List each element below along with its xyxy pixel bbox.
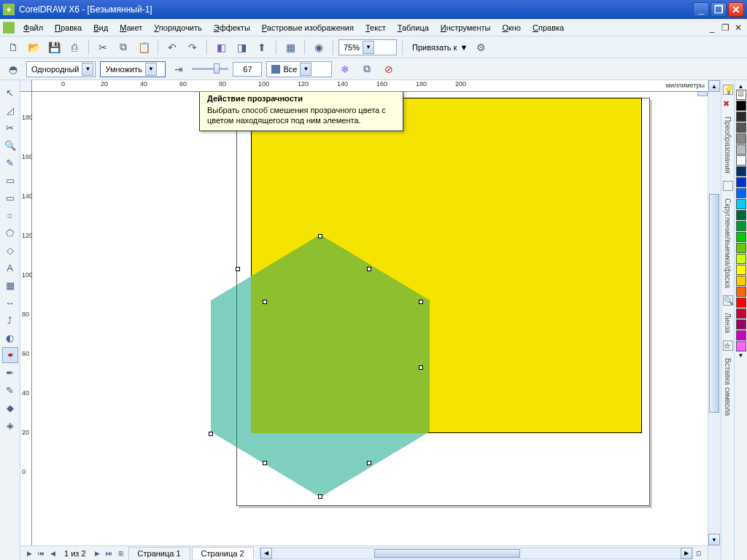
opacity-slider[interactable] xyxy=(192,68,228,70)
import-button[interactable]: ◧ xyxy=(212,39,230,56)
chevron-down-icon[interactable]: ▼ xyxy=(82,63,93,76)
fillet-icon[interactable] xyxy=(723,181,733,191)
sel-handle-bm[interactable] xyxy=(367,461,371,465)
new-button[interactable]: 🗋 xyxy=(4,39,22,56)
star-icon[interactable]: ☆ xyxy=(723,341,733,351)
zoom-tool[interactable]: 🔍 xyxy=(2,137,18,153)
mdi-close[interactable]: ✕ xyxy=(732,23,744,33)
welcome-button[interactable]: ◉ xyxy=(310,39,328,56)
color-swatch[interactable] xyxy=(736,166,746,176)
rectangle-tool[interactable]: ▭ xyxy=(2,190,18,206)
color-swatch[interactable] xyxy=(736,243,746,253)
interactive-fill-tool[interactable]: ◈ xyxy=(2,417,18,433)
freeze-button[interactable]: ❄ xyxy=(336,61,354,78)
expand-dockers-button[interactable]: « xyxy=(697,92,708,96)
color-swatch[interactable] xyxy=(736,133,746,144)
scroll-up-button[interactable]: ▲ xyxy=(708,80,720,92)
blend-mode-combo[interactable]: Умножить ▼ xyxy=(100,61,166,77)
table-tool[interactable]: ▦ xyxy=(2,277,18,293)
apply-target-combo[interactable]: Все ▼ xyxy=(266,61,332,77)
hints-icon[interactable]: 💡 xyxy=(723,85,733,95)
docker-transformations[interactable]: Преобразования xyxy=(722,112,733,178)
copy-transparency-button[interactable]: ⧉ xyxy=(358,61,376,78)
navigator-button[interactable]: ⊡ xyxy=(693,548,705,559)
palette-down-button[interactable]: ▼ xyxy=(738,352,744,359)
options-button[interactable]: ⚙ xyxy=(472,39,489,56)
interactive-blend-tool[interactable]: ◐ xyxy=(2,330,18,346)
chevron-down-icon[interactable]: ▼ xyxy=(300,63,311,76)
sel-handle-mr2[interactable] xyxy=(419,300,423,304)
sel-handle-br[interactable] xyxy=(318,494,322,499)
scroll-left-button[interactable]: ◀ xyxy=(260,548,272,559)
open-button[interactable]: 📂 xyxy=(25,39,42,56)
mdi-restore[interactable]: ❐ xyxy=(719,23,731,33)
menu-table[interactable]: Таблица xyxy=(392,20,435,35)
connector-tool[interactable]: ⤴ xyxy=(2,312,18,328)
outline-tool[interactable]: ✎ xyxy=(2,382,18,398)
transparency-type-combo[interactable]: Однородный ▼ xyxy=(26,61,96,77)
undo-button[interactable]: ↶ xyxy=(163,39,181,56)
add-page-button[interactable]: ⊞ xyxy=(115,548,127,559)
color-swatch[interactable] xyxy=(736,287,746,297)
sel-handle-bl[interactable] xyxy=(263,461,267,465)
chevron-down-icon[interactable]: ▼ xyxy=(145,63,157,76)
color-swatch[interactable] xyxy=(736,232,746,242)
lens-icon[interactable]: 🔍 xyxy=(723,295,733,306)
shape-tool[interactable]: ◿ xyxy=(2,102,18,118)
play-icon[interactable]: ▶ xyxy=(23,548,35,559)
vscroll-thumb[interactable] xyxy=(709,194,719,413)
polygon-tool[interactable]: ⬠ xyxy=(2,225,18,241)
docker-lens[interactable]: Линза xyxy=(722,308,733,338)
dimension-tool[interactable]: ↔ xyxy=(2,295,18,311)
color-swatch[interactable] xyxy=(736,122,746,133)
docker-fillet[interactable]: Скругление/выемка/фаска xyxy=(722,194,733,292)
horizontal-scrollbar[interactable]: ◀ ▶ xyxy=(260,548,693,559)
close-docker-icon[interactable]: ✖ xyxy=(723,99,733,109)
pick-tool[interactable]: ↖ xyxy=(2,85,18,101)
color-swatch[interactable] xyxy=(736,276,746,286)
menu-arrange[interactable]: Упорядочить xyxy=(148,20,207,35)
sel-handle-tl[interactable] xyxy=(236,267,240,271)
color-swatch[interactable] xyxy=(736,298,746,308)
color-swatch[interactable] xyxy=(736,210,746,220)
sel-handle-mr[interactable] xyxy=(419,365,423,370)
color-swatch[interactable] xyxy=(736,101,746,111)
transparency-tool[interactable]: 🍷 xyxy=(2,347,18,363)
sel-handle-tr[interactable] xyxy=(367,267,371,271)
maximize-button[interactable]: ❐ xyxy=(711,2,727,17)
chevron-down-icon[interactable]: ▼ xyxy=(363,41,374,54)
next-page-button[interactable]: ▶ xyxy=(92,548,104,559)
menu-text[interactable]: Текст xyxy=(360,20,392,35)
sel-handle-ml[interactable] xyxy=(263,300,267,304)
ruler-origin[interactable] xyxy=(20,80,32,92)
freehand-tool[interactable]: ✎ xyxy=(2,155,18,171)
publish-button[interactable]: ⬆ xyxy=(253,39,271,56)
copy-button[interactable]: ⧉ xyxy=(115,39,132,56)
eyedropper-tool[interactable]: ✒ xyxy=(2,365,18,381)
menu-file[interactable]: Файл xyxy=(18,20,49,35)
menu-edit[interactable]: Правка xyxy=(49,20,88,35)
docker-symbol[interactable]: Вставка символа xyxy=(722,354,733,420)
snap-combo[interactable]: Привязать к ▼ xyxy=(408,39,469,55)
menu-bitmaps[interactable]: Растровые изображения xyxy=(256,20,360,35)
page-tab-1[interactable]: Страница 1 xyxy=(128,547,190,559)
menu-effects[interactable]: Эффекты xyxy=(208,20,256,35)
basic-shapes-tool[interactable]: ◇ xyxy=(2,242,18,258)
menu-tools[interactable]: Инструменты xyxy=(435,20,497,35)
vertical-scrollbar[interactable]: ▲ ▼ xyxy=(708,80,721,560)
color-swatch[interactable] xyxy=(736,155,746,166)
color-swatch[interactable] xyxy=(736,188,746,198)
horizontal-ruler[interactable]: 0 20 40 60 80 100 120 140 160 180 200 ми… xyxy=(32,80,708,92)
color-swatch[interactable] xyxy=(736,319,746,330)
cut-button[interactable]: ✂ xyxy=(94,39,112,56)
color-swatch[interactable] xyxy=(736,265,746,275)
text-tool[interactable]: A xyxy=(2,260,18,276)
color-swatch[interactable] xyxy=(736,308,746,319)
fill-tool[interactable]: ◆ xyxy=(2,400,18,416)
first-page-button[interactable]: ⏮ xyxy=(35,548,47,559)
color-swatch[interactable] xyxy=(736,341,746,351)
color-swatch[interactable] xyxy=(736,199,746,209)
color-swatch[interactable] xyxy=(736,330,746,341)
canvas[interactable]: Действие прозрачности Выбрать способ сме… xyxy=(32,92,708,545)
app-launcher-button[interactable]: ▦ xyxy=(282,39,299,56)
